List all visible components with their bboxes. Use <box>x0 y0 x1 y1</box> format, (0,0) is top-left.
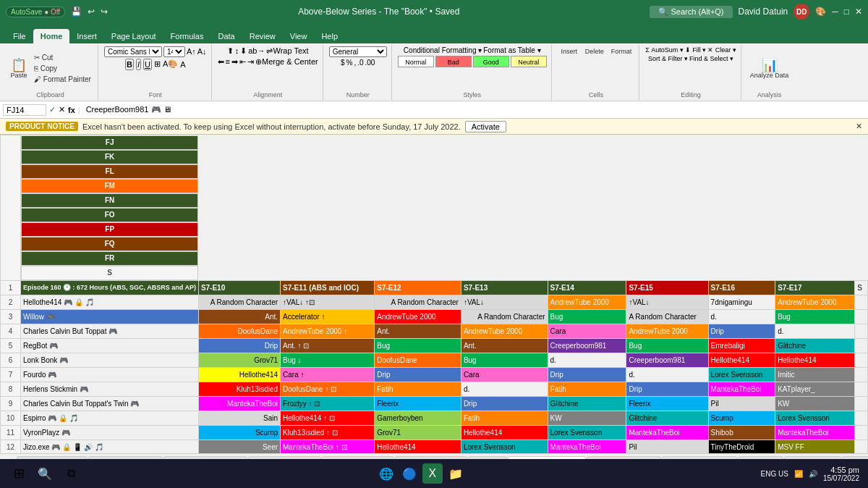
cell-fm2[interactable]: A Random Character <box>375 295 461 309</box>
cell-fm10[interactable]: Gamerboyben <box>375 411 461 425</box>
cell-fl10[interactable]: Hellothe414 ↑ ⊡ <box>281 411 375 425</box>
conditional-formatting-button[interactable]: Conditional Formatting ▾ <box>404 46 482 54</box>
folder-icon[interactable]: 📁 <box>446 463 466 484</box>
cell-s8[interactable] <box>855 382 868 396</box>
cell-fr1[interactable]: S7-E17 <box>775 280 855 295</box>
search-button[interactable]: 🔍 <box>35 463 55 484</box>
col-header-fp[interactable]: FP <box>21 222 198 237</box>
cell-fp10[interactable]: Glitchine <box>626 411 708 425</box>
cell-s6[interactable] <box>855 353 868 367</box>
clock[interactable]: 4:55 pm 15/07/2022 <box>823 466 859 482</box>
redo-icon[interactable]: ↪ <box>101 7 108 17</box>
cell-fp8[interactable]: Drip <box>626 382 708 396</box>
cell-fn12[interactable]: Lorex Svensson <box>461 439 548 453</box>
align-center-button[interactable]: ≡ <box>226 57 230 67</box>
cell-fk6[interactable]: Grov71 <box>198 353 280 367</box>
currency-button[interactable]: $ <box>341 59 345 67</box>
cell-fk9[interactable]: MantekaTheBoi <box>198 396 280 411</box>
bad-style[interactable]: Bad <box>435 56 472 67</box>
tab-file[interactable]: File <box>6 29 33 43</box>
cell-fp9[interactable]: Fleerix <box>626 396 708 411</box>
cell-fj11[interactable]: VyronPlayz 🎮 <box>21 425 199 439</box>
notice-close[interactable]: ✕ <box>856 122 862 131</box>
cell-fr2[interactable]: AndrewTube 2000 <box>775 295 855 309</box>
cell-s10[interactable] <box>855 411 868 425</box>
cell-fk1[interactable]: S7-E10 <box>198 280 280 295</box>
cell-fj12[interactable]: Jizo.exe 🎮 🔒 📱 🔊 🎵 <box>21 439 199 453</box>
wrap-text-button[interactable]: ⇌Wrap Text <box>266 46 308 56</box>
cell-fp4[interactable]: AndrewTube 2000 <box>626 324 708 338</box>
cell-fn7[interactable]: Cara <box>461 367 548 382</box>
cell-fj5[interactable]: RegBot 🎮 <box>21 338 199 353</box>
font-color-button[interactable]: A <box>180 60 185 69</box>
cell-reference-input[interactable] <box>3 104 46 116</box>
cell-fr7[interactable]: Imitic <box>775 367 855 382</box>
cell-fr8[interactable]: KATplayer_ <box>775 382 855 396</box>
cell-fq1[interactable]: S7-E16 <box>708 280 775 295</box>
volume-icon[interactable]: 🔊 <box>809 470 817 478</box>
task-view-button[interactable]: ⧉ <box>61 463 81 484</box>
cell-fn5[interactable]: Ant. <box>461 338 548 353</box>
underline-button[interactable]: U <box>143 59 152 70</box>
cell-fn1[interactable]: S7-E13 <box>461 280 548 295</box>
align-bottom-button[interactable]: ⬇ <box>240 46 247 56</box>
good-style[interactable]: Good <box>473 56 509 67</box>
cell-fp3[interactable]: A Random Character <box>626 309 708 324</box>
cell-s7[interactable] <box>855 367 868 382</box>
cell-fl9[interactable]: Froztyy ↑ ⊡ <box>281 396 375 411</box>
autosave-toggle[interactable]: AutoSave ● Off <box>6 7 65 17</box>
spreadsheet-grid[interactable]: FJ FK FL FM FN FO FP FQ FR S 1 Episode 1… <box>0 135 868 453</box>
cell-fl3[interactable]: Accelerator ↑ <box>281 309 375 324</box>
increase-font-button[interactable]: A↑ <box>187 47 196 56</box>
align-left-button[interactable]: ⬅ <box>218 57 224 67</box>
cell-fo10[interactable]: KW <box>548 411 626 425</box>
edge-icon[interactable]: 🌐 <box>376 463 396 484</box>
decrease-indent-button[interactable]: ⇤ <box>239 57 246 67</box>
cell-fm12[interactable]: Hellothe414 <box>375 439 461 453</box>
cell-s5[interactable] <box>855 338 868 353</box>
format-as-table-button[interactable]: Format as Table ▾ <box>483 46 540 54</box>
cell-fm7[interactable]: Drip <box>375 367 461 382</box>
cell-fp11[interactable]: MantekaTheBoi <box>626 425 708 439</box>
start-button[interactable]: ⊞ <box>9 463 29 484</box>
bold-button[interactable]: B <box>125 59 134 70</box>
align-top-button[interactable]: ⬆ <box>227 46 234 56</box>
cell-fk7[interactable]: Hellothe414 <box>198 367 280 382</box>
cell-fn11[interactable]: Hellothe414 <box>461 425 548 439</box>
fill-button[interactable]: ⬇ Fill ▾ <box>685 46 707 54</box>
col-header-fo[interactable]: FO <box>21 208 198 222</box>
col-header-fr[interactable]: FR <box>21 251 198 266</box>
tab-home[interactable]: Home <box>33 29 70 43</box>
cell-fp7[interactable]: d. <box>626 367 708 382</box>
cell-s1[interactable]: S <box>855 280 868 295</box>
col-header-s[interactable]: S <box>21 266 198 280</box>
cell-fm5[interactable]: Bug <box>375 338 461 353</box>
cell-fm11[interactable]: Grov71 <box>375 425 461 439</box>
cell-fj10[interactable]: Espirro 🎮 🔒 🎵 <box>21 411 199 425</box>
cell-fq12[interactable]: TinyTheDroid <box>708 439 775 453</box>
minimize-button[interactable]: ─ <box>832 7 838 17</box>
format-button[interactable]: Format <box>608 46 635 56</box>
increase-decimal-button[interactable]: .00 <box>365 59 375 67</box>
cell-fq5[interactable]: Emrebaligi <box>708 338 775 353</box>
tab-data[interactable]: Data <box>210 29 242 43</box>
cell-s9[interactable] <box>855 396 868 411</box>
decrease-font-button[interactable]: A↓ <box>197 47 207 56</box>
cell-fr11[interactable]: MantekaTheBoi <box>775 425 855 439</box>
cell-fn3[interactable]: A Random Character <box>461 309 548 324</box>
cell-fj7[interactable]: Fourdo 🎮 <box>21 367 199 382</box>
cell-fm6[interactable]: DoofusDane <box>375 353 461 367</box>
undo-icon[interactable]: ↩ <box>88 7 95 17</box>
font-size-selector[interactable]: 14 <box>163 46 185 57</box>
cell-fl4[interactable]: AndrewTube 2000 ↑ <box>281 324 375 338</box>
cell-fk10[interactable]: Sain <box>198 411 280 425</box>
formula-input[interactable] <box>83 105 865 115</box>
cell-fo1[interactable]: S7-E14 <box>548 280 626 295</box>
cell-fn4[interactable]: AndrewTube 2000 <box>461 324 548 338</box>
cell-fr10[interactable]: Lorex Svensson <box>775 411 855 425</box>
cell-fl8[interactable]: DoofusDane ↑ ⊡ <box>281 382 375 396</box>
cell-fm9[interactable]: Fleerix <box>375 396 461 411</box>
quick-access-save[interactable]: 💾 <box>71 7 82 17</box>
col-header-fj[interactable]: FJ <box>21 135 198 150</box>
format-painter-button[interactable]: 🖌 Format Painter <box>32 75 93 84</box>
